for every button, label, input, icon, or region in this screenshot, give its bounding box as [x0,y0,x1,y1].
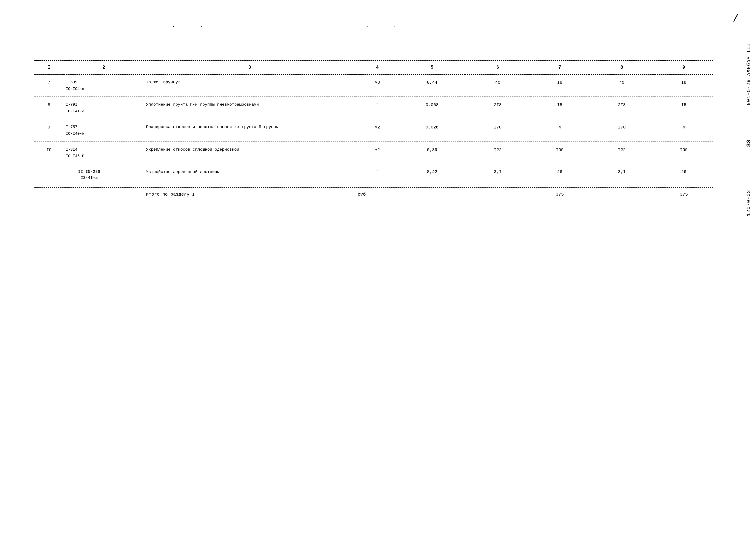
total-empty2 [64,188,144,201]
row-col8: 2I8 [589,97,654,119]
header-col7: 7 [531,61,589,75]
row-col7: IO9 [531,142,589,164]
table-row: II I5-286 23-4I-а Устройство деревянной … [34,164,713,185]
page-number-33: 33 [745,140,752,147]
row-col5: 0,89 [399,142,465,164]
row-desc: Укрепление откосов сплошной одерновкой [144,142,356,164]
row-col5: 0,026 [399,119,465,141]
row-col5: 0,068 [399,97,465,119]
row-col7: 4 [531,119,589,141]
row-col9: I5 [655,97,713,119]
row-col5: 0,44 [399,75,465,97]
row-col8: I22 [589,142,654,164]
row-num: 9 [34,119,64,141]
row-unit: м2 [356,119,399,141]
row-col7: 26 [531,164,589,185]
row-col5: 8,42 [399,164,465,185]
row-col6: 40 [465,75,531,97]
dots-left: · · [172,24,213,29]
row-col8: I70 [589,119,654,141]
header-col1: I [34,61,64,75]
row-col7: I5 [531,97,589,119]
row-col6: I70 [465,119,531,141]
header-col8: 8 [589,61,654,75]
page-slash: / [733,13,739,24]
header-col5: 5 [399,61,465,75]
main-table-wrapper: I 2 3 4 5 6 7 8 9 7 I-639 IO-IO4-к То же… [34,60,730,201]
row-col7: I8 [531,75,589,97]
header-col9: 9 [655,61,713,75]
row-unit: м3 [356,75,399,97]
dots-right: · · [366,24,407,29]
row-desc: Уплотнение грунта П-й группы пневмотрамб… [144,97,356,119]
total-unit: руб. [356,188,399,201]
total-empty3 [399,188,465,201]
row-col6: 3,I [465,164,531,185]
total-label: Итого по разделу I [144,188,356,201]
row-num: 8 [34,97,64,119]
row-unit: м2 [356,142,399,164]
page: / · · · · 901-5-29 Альбом III 33 12070-0… [0,0,756,536]
total-empty5 [589,188,654,201]
row-col6: 2I8 [465,97,531,119]
side-labels: 901-5-29 Альбом III 33 12070-03 [745,0,752,536]
row-num: 7 [34,75,64,97]
side-label-top: 901-5-29 Альбом III [746,43,751,105]
row-col8: 40 [589,75,654,97]
header-col3: 3 [144,61,356,75]
row-code: I-8I4 IO-I46-б [64,142,144,164]
table-row: 8 I-79I IO-I4I-л Уплотнение грунта П-й г… [34,97,713,119]
header-col6: 6 [465,61,531,75]
table-row: 7 I-639 IO-IO4-к То же, вручную м3 0,44 … [34,75,713,97]
row-unit: " [356,164,399,185]
header-col4: 4 [356,61,399,75]
table-row: 9 I-757 IO-I40-м Планировка откосов и по… [34,119,713,141]
row-code: I-757 IO-I40-м [64,119,144,141]
total-empty1 [34,188,64,201]
total-col9: 375 [655,188,713,201]
row-num-code: II I5-286 23-4I-а [34,164,144,185]
row-code: I-639 IO-IO4-к [64,75,144,97]
total-empty4 [465,188,531,201]
table-row: IO I-8I4 IO-I46-б Укрепление откосов спл… [34,142,713,164]
row-col8: 3,I [589,164,654,185]
row-code: I-79I IO-I4I-л [64,97,144,119]
row-num: IO [34,142,64,164]
row-desc: Устройство деревянной лестницы [144,164,356,185]
table-header-row: I 2 3 4 5 6 7 8 9 [34,61,713,75]
side-label-bottom: 12070-03 [746,190,751,216]
header-col2: 2 [64,61,144,75]
row-col9: IO9 [655,142,713,164]
row-col6: I22 [465,142,531,164]
row-unit: " [356,97,399,119]
row-col9: 26 [655,164,713,185]
row-desc: Планировка откосов и полотна насыпи из г… [144,119,356,141]
main-table: I 2 3 4 5 6 7 8 9 7 I-639 IO-IO4-к То же… [34,61,713,185]
row-col9: I8 [655,75,713,97]
total-row: Итого по разделу I руб. 375 375 [34,188,713,201]
total-table: Итого по разделу I руб. 375 375 [34,188,713,201]
row-desc: То же, вручную [144,75,356,97]
row-col9: 4 [655,119,713,141]
total-col7: 375 [531,188,589,201]
